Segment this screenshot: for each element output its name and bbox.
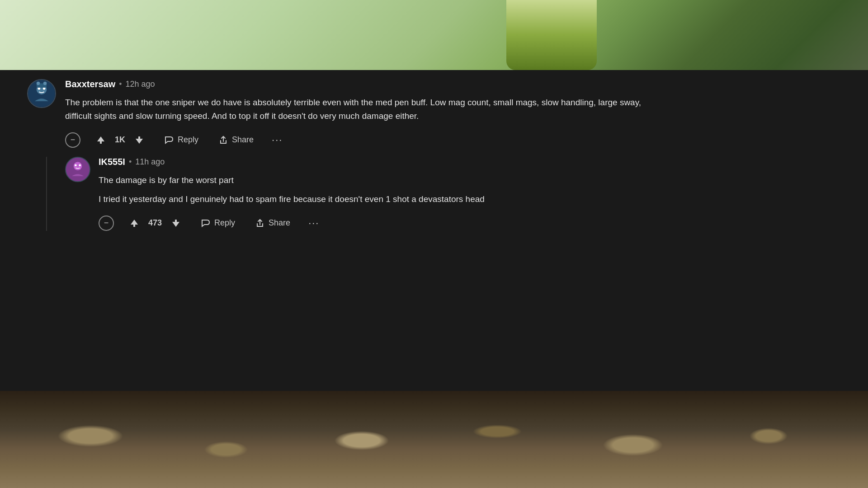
- svg-point-9: [75, 164, 77, 166]
- svg-point-5: [37, 82, 40, 85]
- main-vote-group: 1K: [91, 132, 149, 148]
- svg-point-10: [79, 164, 81, 166]
- reply-icon: [164, 135, 174, 145]
- share-icon: [218, 135, 228, 145]
- reply-timestamp: 11h ago: [135, 157, 165, 167]
- reply-avatar: [65, 157, 90, 182]
- reply-username: IK555I: [99, 157, 125, 167]
- reply-reply-button[interactable]: Reply: [196, 216, 240, 231]
- main-avatar: [27, 79, 56, 108]
- main-vote-count: 1K: [115, 135, 125, 145]
- main-more-button[interactable]: ···: [269, 134, 285, 146]
- reply-vote-count: 473: [148, 218, 162, 228]
- reply-dot: •: [129, 157, 132, 167]
- reply-action-bar: − 473: [99, 216, 841, 231]
- page-wrapper: Baxxtersaw • 12h ago The problem is that…: [0, 0, 868, 488]
- reply-thread: IK555I • 11h ago The damage is by far th…: [46, 157, 841, 231]
- main-action-bar: − 1K: [65, 132, 841, 148]
- reply-upvote-button[interactable]: [125, 216, 144, 231]
- main-comment-body: Baxxtersaw • 12h ago The problem is that…: [65, 79, 841, 148]
- top-background-image: [0, 0, 868, 70]
- downvote-icon: [134, 135, 144, 145]
- collapse-icon: −: [71, 135, 75, 145]
- main-reply-button[interactable]: Reply: [160, 132, 203, 148]
- reply-share-icon: [255, 218, 265, 228]
- reply-comment-text-2: I tried it yesterday and I genuinely had…: [99, 192, 841, 206]
- reply-comment-text-1: The damage is by far the worst part: [99, 174, 841, 187]
- bottom-background-image: [0, 391, 868, 488]
- reply-collapse-button[interactable]: −: [99, 216, 114, 231]
- reply-comment: IK555I • 11h ago The damage is by far th…: [65, 157, 841, 231]
- reply-comment-body: IK555I • 11h ago The damage is by far th…: [99, 157, 841, 231]
- reply-reply-icon: [201, 218, 211, 228]
- main-comment-text: The problem is that the one sniper we do…: [65, 96, 653, 123]
- svg-point-8: [74, 162, 82, 170]
- main-upvote-button[interactable]: [91, 132, 110, 148]
- reply-comment-header: IK555I • 11h ago: [99, 157, 841, 167]
- reply-downvote-button[interactable]: [166, 216, 185, 231]
- reply-upvote-icon: [129, 218, 139, 228]
- reply-share-button[interactable]: Share: [250, 216, 295, 231]
- svg-point-6: [43, 82, 47, 85]
- reply-collapse-icon: −: [104, 218, 109, 228]
- main-comment: Baxxtersaw • 12h ago The problem is that…: [27, 79, 841, 148]
- main-dot: •: [119, 80, 122, 89]
- main-username: Baxxtersaw: [65, 79, 115, 89]
- reply-vote-group: 473: [125, 216, 185, 231]
- main-timestamp: 12h ago: [126, 80, 155, 89]
- main-collapse-button[interactable]: −: [65, 132, 80, 148]
- main-share-label: Share: [232, 135, 254, 145]
- main-reply-label: Reply: [178, 135, 198, 145]
- reply-reply-label: Reply: [214, 218, 235, 228]
- reply-share-label: Share: [269, 218, 290, 228]
- main-downvote-button[interactable]: [130, 132, 149, 148]
- reply-downvote-icon: [171, 218, 181, 228]
- more-icon: ···: [272, 134, 283, 145]
- main-avatar-image: [28, 79, 55, 108]
- reply-more-icon: ···: [308, 217, 319, 229]
- main-comment-header: Baxxtersaw • 12h ago: [65, 79, 841, 89]
- upvote-icon: [96, 135, 106, 145]
- reply-more-button[interactable]: ···: [306, 217, 322, 229]
- comments-section: Baxxtersaw • 12h ago The problem is that…: [0, 70, 868, 391]
- reply-avatar-image: [66, 157, 90, 182]
- main-share-button[interactable]: Share: [214, 132, 258, 148]
